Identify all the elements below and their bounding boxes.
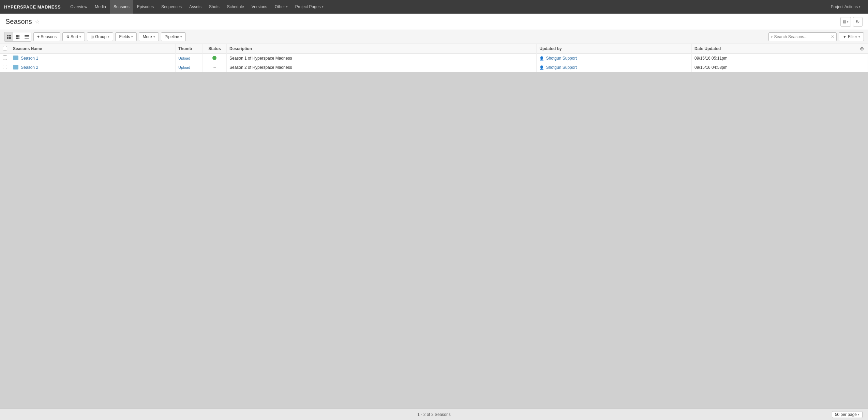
- filter-icon: ▼: [842, 34, 847, 39]
- col-header-add[interactable]: ⊕: [857, 44, 868, 54]
- row2-user-icon: 👤: [539, 65, 544, 69]
- top-nav: HYPERSPACE MADNESS Overview Media Season…: [0, 0, 868, 14]
- pipeline-button[interactable]: Pipeline ▾: [161, 32, 186, 41]
- sort-icon: ⇅: [66, 35, 69, 39]
- nav-item-overview[interactable]: Overview: [67, 0, 91, 14]
- table-row: Season 1 Upload Season 1 of Hyperspace M…: [0, 54, 868, 63]
- add-seasons-button[interactable]: + Seasons: [33, 32, 60, 41]
- view-options-icon: ▤: [843, 19, 846, 24]
- more-chevron-icon: ▾: [153, 35, 155, 38]
- other-chevron-icon: ▾: [286, 5, 288, 9]
- row1-upload-link[interactable]: Upload: [178, 56, 190, 60]
- nav-item-assets[interactable]: Assets: [186, 0, 205, 14]
- view-options-button[interactable]: ▤ ▾: [840, 17, 851, 27]
- group-chevron-icon: ▾: [108, 35, 109, 38]
- toolbar: + Seasons ⇅ Sort ▾ ⊞ Group ▾ Fields ▾ Mo…: [0, 30, 868, 44]
- row1-updated-by: 👤 Shotgun Support: [537, 54, 692, 63]
- row1-add: [857, 54, 868, 63]
- col-header-status[interactable]: Status: [203, 44, 226, 54]
- col-header-name[interactable]: Seasons Name: [10, 44, 176, 54]
- nav-item-schedule[interactable]: Schedule: [224, 0, 248, 14]
- page-title: Seasons: [5, 18, 32, 26]
- sort-button[interactable]: ⇅ Sort ▾: [62, 32, 85, 41]
- fields-button[interactable]: Fields ▾: [115, 32, 137, 41]
- select-all-checkbox[interactable]: [3, 46, 7, 50]
- group-button[interactable]: ⊞ Group ▾: [87, 32, 113, 41]
- row1-user-link[interactable]: Shotgun Support: [546, 56, 577, 61]
- row2-folder-icon: [13, 65, 18, 69]
- sort-chevron-icon: ▾: [79, 35, 81, 38]
- nav-item-sequences[interactable]: Sequences: [158, 0, 185, 14]
- search-clear-icon[interactable]: ✕: [831, 34, 834, 39]
- row2-upload-link[interactable]: Upload: [178, 65, 190, 69]
- row1-date-updated: 09/15/16 05:11pm: [692, 54, 857, 63]
- nav-item-seasons[interactable]: Seasons: [110, 0, 133, 14]
- thumbnail-view-icon: [16, 35, 20, 39]
- favorite-star-icon[interactable]: ☆: [35, 18, 40, 25]
- row1-status-dot: [212, 56, 216, 60]
- row1-folder-icon: [13, 56, 18, 60]
- seasons-table: Seasons Name Thumb Status Description Up…: [0, 44, 868, 72]
- row1-checkbox[interactable]: [3, 56, 7, 60]
- nav-item-media[interactable]: Media: [91, 0, 109, 14]
- project-actions-button[interactable]: Project Actions ▾: [827, 0, 864, 14]
- row1-check[interactable]: [0, 54, 10, 63]
- header-right: ▤ ▾ ↻: [840, 17, 863, 27]
- col-header-updated-by[interactable]: Updated by: [537, 44, 692, 54]
- row1-thumb[interactable]: Upload: [175, 54, 203, 63]
- detail-view-icon: [7, 35, 11, 39]
- row2-updated-by: 👤 Shotgun Support: [537, 63, 692, 72]
- table-row: Season 2 Upload – Season 2 of Hyperspace…: [0, 63, 868, 72]
- col-header-check[interactable]: [0, 44, 10, 54]
- row2-name: Season 2: [10, 63, 176, 72]
- row2-status: –: [203, 63, 226, 72]
- row2-date-updated: 09/15/16 04:58pm: [692, 63, 857, 72]
- more-button[interactable]: More ▾: [139, 32, 159, 41]
- view-list-button[interactable]: [22, 32, 31, 41]
- brand: HYPERSPACE MADNESS: [4, 4, 61, 10]
- fields-chevron-icon: ▾: [131, 35, 133, 38]
- col-header-date-updated[interactable]: Date Updated: [692, 44, 857, 54]
- table-container: Seasons Name Thumb Status Description Up…: [0, 44, 868, 72]
- refresh-button[interactable]: ↻: [853, 17, 863, 27]
- add-column-icon[interactable]: ⊕: [860, 46, 864, 51]
- row1-name: Season 1: [10, 54, 176, 63]
- row2-thumb[interactable]: Upload: [175, 63, 203, 72]
- nav-item-episodes[interactable]: Episodes: [134, 0, 157, 14]
- row2-add: [857, 63, 868, 72]
- row1-user-icon: 👤: [539, 56, 544, 60]
- page-header: Seasons ☆ ▤ ▾ ↻: [0, 14, 868, 30]
- nav-item-shots[interactable]: Shots: [206, 0, 223, 14]
- nav-item-versions[interactable]: Versions: [248, 0, 271, 14]
- project-actions-chevron-icon: ▾: [859, 5, 860, 9]
- row1-name-link[interactable]: Season 1: [21, 56, 38, 61]
- nav-item-project-pages[interactable]: Project Pages ▾: [292, 0, 327, 14]
- search-box: ▾ ✕: [768, 32, 837, 41]
- col-header-thumb[interactable]: Thumb: [175, 44, 203, 54]
- row2-status-dash: –: [213, 65, 216, 70]
- nav-item-other[interactable]: Other ▾: [271, 0, 291, 14]
- view-thumbnail-button[interactable]: [13, 32, 22, 41]
- group-icon: ⊞: [91, 35, 94, 39]
- view-options-chevron-icon: ▾: [847, 20, 849, 24]
- view-detail-button[interactable]: [4, 32, 13, 41]
- row1-description: Season 1 of Hyperspace Madness: [226, 54, 536, 63]
- row2-checkbox[interactable]: [3, 65, 7, 69]
- pipeline-chevron-icon: ▾: [180, 35, 182, 38]
- search-input[interactable]: [774, 34, 829, 39]
- view-toggle: [4, 32, 31, 42]
- row2-check[interactable]: [0, 63, 10, 72]
- project-pages-chevron-icon: ▾: [322, 5, 324, 9]
- row2-description: Season 2 of Hyperspace Madness: [226, 63, 536, 72]
- filter-chevron-icon: ▾: [858, 35, 860, 38]
- row2-name-link[interactable]: Season 2: [21, 65, 38, 70]
- col-header-description[interactable]: Description: [226, 44, 536, 54]
- search-dropdown-icon[interactable]: ▾: [771, 35, 773, 39]
- list-view-icon: [25, 35, 29, 39]
- filter-button[interactable]: ▼ Filter ▾: [839, 32, 864, 41]
- row2-user-link[interactable]: Shotgun Support: [546, 65, 577, 70]
- row1-status: [203, 54, 226, 63]
